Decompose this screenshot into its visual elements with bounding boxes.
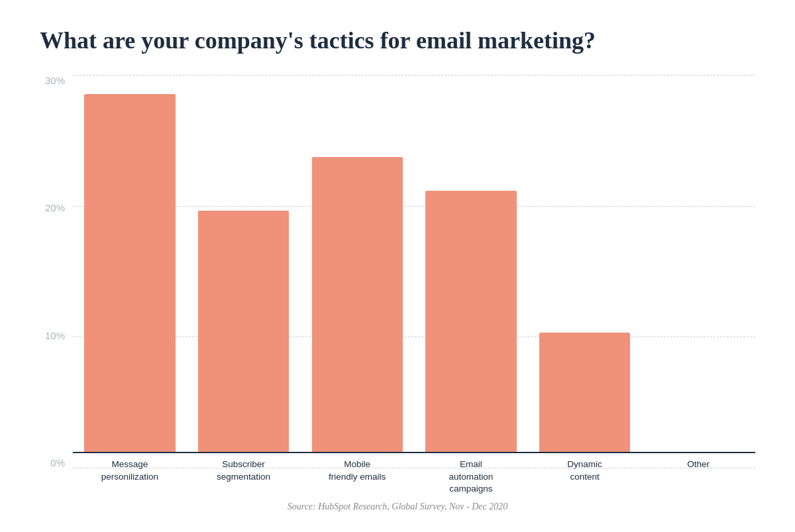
- x-label: Other: [641, 453, 755, 495]
- bars-section: MessagepersonilizationSubscribersegmenta…: [73, 75, 755, 495]
- source-text: Source: HubSpot Research, Global Survey,…: [288, 502, 508, 511]
- y-label: 20%: [45, 202, 65, 213]
- x-label: Subscribersegmentation: [187, 453, 301, 495]
- chart-area: 30%20%10%0% MessagepersonilizationSubscr…: [40, 75, 755, 495]
- bar: [84, 94, 175, 452]
- bar-group: [300, 75, 414, 452]
- bar-group: [187, 75, 301, 452]
- y-axis: 30%20%10%0%: [40, 75, 73, 495]
- x-label: Dynamiccontent: [528, 453, 642, 495]
- x-label: Messagepersonilization: [73, 453, 187, 495]
- bar-group: [414, 75, 528, 452]
- y-label: 0%: [50, 457, 65, 468]
- x-label: Mobilefriendly emails: [300, 453, 414, 495]
- x-labels: MessagepersonilizationSubscribersegmenta…: [73, 453, 755, 495]
- y-label: 30%: [45, 75, 65, 86]
- bar: [539, 333, 630, 452]
- bar: [425, 191, 516, 452]
- bar-group: [528, 75, 642, 452]
- y-label: 10%: [45, 330, 65, 341]
- bar: [312, 157, 403, 452]
- x-label: Emailautomationcampaigns: [414, 453, 528, 495]
- bar-group: [73, 75, 187, 452]
- bars-row: [73, 75, 755, 452]
- bar: [198, 211, 289, 452]
- chart-title: What are your company's tactics for emai…: [40, 27, 755, 55]
- bar-group: [641, 75, 755, 452]
- chart-container: 30%20%10%0% MessagepersonilizationSubscr…: [40, 75, 755, 512]
